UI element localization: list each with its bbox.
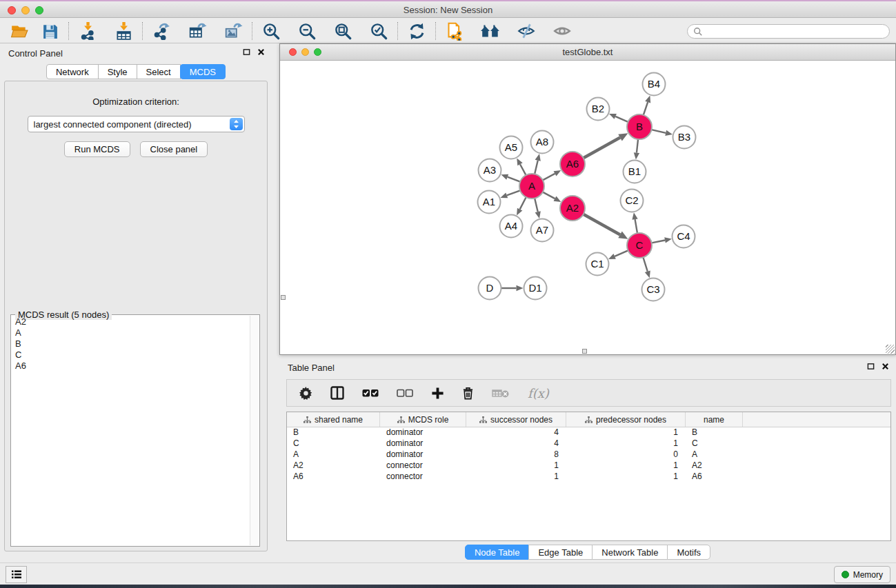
table-row[interactable]: Cdominator41C	[287, 438, 890, 449]
search-input[interactable]	[703, 27, 884, 37]
gear-icon[interactable]	[299, 387, 312, 400]
close-panel-icon[interactable]	[257, 48, 265, 56]
table-cell[interactable]: C	[686, 438, 743, 449]
column-header-predecessor-nodes[interactable]: predecessor nodes	[566, 412, 686, 427]
import-network-icon[interactable]	[75, 21, 100, 41]
table-cell[interactable]: A	[287, 449, 380, 460]
tab-style[interactable]: Style	[98, 64, 137, 79]
save-session-icon[interactable]	[37, 21, 62, 41]
tab-motifs[interactable]: Motifs	[667, 545, 710, 560]
refresh-icon[interactable]	[404, 21, 429, 41]
table-row[interactable]: Adominator80A	[287, 449, 890, 460]
table-cell[interactable]: 1	[566, 427, 686, 438]
zoom-fit-icon[interactable]	[330, 21, 355, 41]
edge-C-C1[interactable]	[615, 250, 628, 256]
network-window-titlebar[interactable]: testGlobe.txt	[280, 44, 895, 61]
export-network-icon[interactable]	[149, 21, 174, 41]
table-cell[interactable]: 4	[466, 427, 566, 438]
memory-button[interactable]: Memory	[834, 566, 890, 583]
resize-handle-left[interactable]	[281, 295, 286, 300]
table-cell[interactable]: dominator	[380, 449, 466, 460]
select-stepper-icon[interactable]	[230, 118, 243, 130]
tab-network-table[interactable]: Network Table	[592, 545, 668, 560]
result-item[interactable]: A2	[12, 316, 249, 327]
table-cell[interactable]: connector	[380, 472, 466, 483]
result-item[interactable]: B	[12, 338, 249, 349]
table-cell[interactable]: 1	[566, 460, 686, 472]
select-all-icon[interactable]	[362, 389, 379, 398]
table-row[interactable]: Bdominator41B	[287, 427, 890, 438]
edge-B-B1[interactable]	[637, 139, 638, 153]
float-panel-icon[interactable]	[243, 48, 250, 56]
result-item[interactable]: C	[12, 349, 249, 361]
resize-grip-corner[interactable]	[886, 345, 895, 354]
edge-C-C3[interactable]	[643, 257, 647, 272]
column-header-successor-nodes[interactable]: successor nodes	[466, 412, 566, 427]
tab-mcds[interactable]: MCDS	[180, 64, 226, 79]
table-cell[interactable]: B	[686, 427, 743, 438]
edge-A-A3[interactable]	[508, 177, 520, 182]
edge-A-A4[interactable]	[520, 197, 526, 210]
zoom-out-icon[interactable]	[295, 21, 319, 41]
import-table-icon[interactable]	[111, 21, 136, 41]
edge-B-B3[interactable]	[652, 130, 666, 133]
edge-A-A2[interactable]	[543, 192, 555, 199]
edge-A-A5[interactable]	[520, 164, 526, 175]
tab-node-table[interactable]: Node Table	[465, 545, 530, 560]
table-cell[interactable]: A	[686, 449, 743, 460]
table-cell[interactable]: 0	[566, 449, 686, 460]
edge-B-B2[interactable]	[615, 116, 628, 122]
show-graphics-details-icon[interactable]	[550, 21, 575, 41]
table-cell[interactable]: C	[287, 438, 380, 449]
result-item[interactable]: A	[12, 327, 249, 338]
column-header-MCDS-role[interactable]: MCDS role	[380, 412, 466, 427]
table-row[interactable]: A6connector11A6	[287, 472, 890, 483]
edge-A6-B[interactable]	[584, 138, 620, 159]
result-scrollbar[interactable]	[250, 316, 259, 545]
add-column-icon[interactable]	[431, 387, 444, 400]
zoom-in-icon[interactable]	[259, 21, 283, 41]
close-panel-button[interactable]: Close panel	[140, 141, 208, 157]
edge-B-B4[interactable]	[644, 102, 648, 115]
table-cell[interactable]: 1	[566, 472, 686, 483]
mcds-result-list[interactable]: A2ABCA6	[12, 316, 249, 545]
new-network-from-file-icon[interactable]	[442, 21, 467, 41]
tab-select[interactable]: Select	[137, 64, 181, 79]
search-field[interactable]	[687, 24, 890, 39]
table-cell[interactable]: dominator	[380, 427, 466, 438]
network-canvas[interactable]: B4B2BB3A8A5A6A3B1AA1C2A2A4A7C4CC1C3DD1	[280, 61, 895, 354]
edge-C-C2[interactable]	[635, 219, 637, 233]
column-header-name[interactable]: name	[686, 412, 743, 427]
table-cell[interactable]: 1	[466, 460, 566, 472]
table-row[interactable]: A2connector11A2	[287, 460, 890, 472]
table-cell[interactable]: dominator	[380, 438, 466, 449]
column-header-shared-name[interactable]: shared name	[287, 412, 380, 427]
float-table-panel-icon[interactable]	[867, 363, 875, 370]
table-cell[interactable]: A2	[287, 460, 380, 472]
export-image-icon[interactable]	[221, 21, 246, 41]
edge-A-A6[interactable]	[543, 174, 555, 181]
show-welcome-screen-icon[interactable]	[478, 21, 503, 41]
table-cell[interactable]: A6	[686, 472, 743, 483]
task-history-button[interactable]	[6, 566, 27, 583]
table-cell[interactable]: B	[287, 427, 380, 438]
table-cell[interactable]: 1	[566, 438, 686, 449]
zoom-selected-icon[interactable]	[366, 21, 391, 41]
edge-A2-C[interactable]	[584, 214, 620, 235]
tab-edge-table[interactable]: Edge Table	[528, 545, 593, 560]
table-cell[interactable]: 1	[466, 472, 566, 483]
criterion-select[interactable]: largest connected component (directed)	[28, 116, 245, 132]
table-cell[interactable]: 8	[466, 449, 566, 460]
deselect-all-icon[interactable]	[397, 389, 413, 398]
tab-network[interactable]: Network	[46, 64, 99, 79]
hide-graphics-details-icon[interactable]	[514, 21, 539, 41]
open-file-icon[interactable]	[7, 21, 32, 41]
delete-column-icon[interactable]	[462, 387, 474, 400]
edge-A-A8[interactable]	[535, 161, 538, 174]
split-columns-icon[interactable]	[330, 386, 344, 400]
result-item[interactable]: A6	[12, 361, 249, 372]
table-cell[interactable]: A6	[287, 472, 380, 483]
close-table-panel-icon[interactable]	[882, 363, 889, 370]
edge-A-A1[interactable]	[507, 190, 520, 195]
export-table-icon[interactable]	[185, 21, 210, 41]
